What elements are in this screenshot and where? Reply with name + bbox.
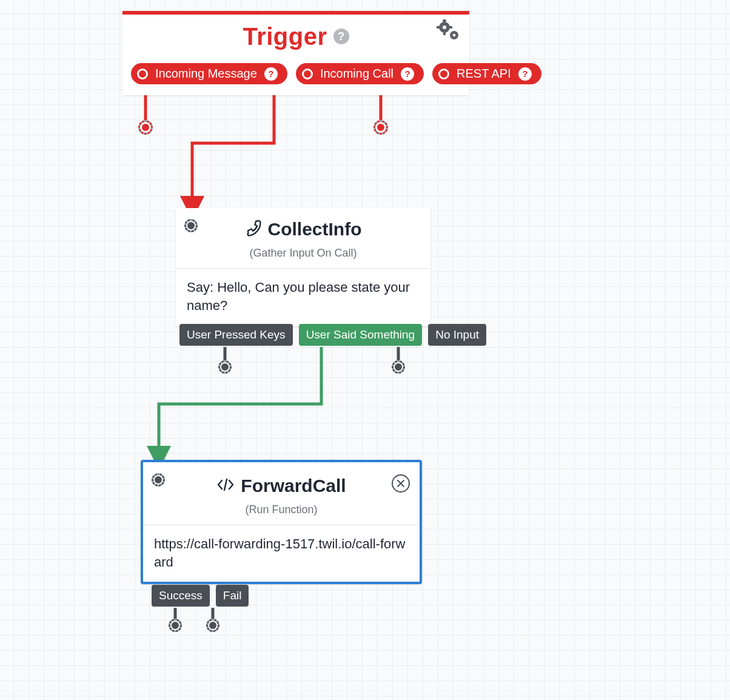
outlet-label: User Said Something: [306, 328, 415, 341]
trigger-node[interactable]: Trigger ? Incoming Message ?: [122, 11, 469, 95]
unconnected-endpoint[interactable]: [392, 360, 405, 374]
trigger-title: Trigger: [243, 23, 327, 50]
connector-outlet[interactable]: [137, 69, 148, 79]
pill-label: Incoming Call: [320, 67, 393, 81]
unconnected-endpoint[interactable]: [218, 360, 232, 374]
node-title: ForwardCall: [241, 476, 346, 496]
outlet-user-pressed-keys[interactable]: User Pressed Keys: [179, 324, 293, 346]
flow-canvas[interactable]: Trigger ? Incoming Message ?: [0, 0, 730, 700]
collectinfo-outlets: User Pressed Keys User Said Something No…: [179, 324, 486, 346]
forwardcall-outlets: Success Fail: [152, 585, 249, 607]
trigger-pill-rest-api[interactable]: REST API ?: [432, 63, 541, 84]
outlet-success[interactable]: Success: [152, 585, 210, 607]
pill-label: Incoming Message: [155, 67, 257, 81]
node-body: https://call-forwarding-1517.twil.io/cal…: [143, 525, 420, 582]
node-subtitle: (Run Function): [143, 500, 420, 525]
connector-outlet[interactable]: [438, 69, 449, 79]
outlet-label: No Input: [435, 328, 479, 341]
outlet-fail[interactable]: Fail: [216, 585, 249, 607]
node-header: ForwardCall: [143, 462, 420, 500]
help-icon[interactable]: ?: [518, 67, 532, 81]
node-header: CollectInfo: [176, 208, 430, 243]
outlet-user-said-something[interactable]: User Said Something: [299, 324, 423, 346]
outlet-label: Success: [159, 589, 203, 602]
outlet-label: User Pressed Keys: [187, 328, 286, 341]
connectors: [0, 0, 730, 700]
unconnected-endpoint[interactable]: [138, 120, 153, 135]
phone-icon: [245, 220, 262, 239]
svg-rect-3: [443, 32, 446, 35]
node-body: Say: Hello, Can you please state your na…: [176, 268, 430, 325]
svg-point-9: [453, 34, 456, 37]
unconnected-endpoint[interactable]: [169, 619, 182, 632]
collectinfo-node[interactable]: CollectInfo (Gather Input On Call) Say: …: [176, 208, 430, 326]
svg-point-1: [443, 25, 446, 29]
help-icon[interactable]: ?: [264, 67, 278, 81]
svg-line-10: [224, 479, 227, 490]
node-subtitle: (Gather Input On Call): [176, 243, 430, 268]
help-icon[interactable]: ?: [401, 67, 414, 81]
forwardcall-node[interactable]: ForwardCall (Run Function) https://call-…: [141, 460, 422, 584]
unconnected-endpoint[interactable]: [373, 120, 388, 135]
trigger-header: Trigger ?: [122, 15, 469, 58]
trigger-outlets: Incoming Message ? Incoming Call ? REST …: [122, 58, 469, 95]
svg-rect-5: [449, 26, 452, 29]
outlet-no-input[interactable]: No Input: [428, 324, 486, 346]
unconnected-endpoint[interactable]: [206, 619, 219, 632]
node-title: CollectInfo: [268, 219, 362, 240]
connector-outlet[interactable]: [302, 69, 313, 79]
code-icon: [216, 477, 235, 495]
help-icon[interactable]: ?: [333, 29, 349, 44]
gear-icon[interactable]: [437, 19, 461, 45]
trigger-pill-incoming-message[interactable]: Incoming Message ?: [131, 63, 287, 84]
trigger-pill-incoming-call[interactable]: Incoming Call ?: [296, 63, 424, 84]
outlet-label: Fail: [223, 589, 242, 602]
svg-rect-4: [437, 26, 440, 29]
pill-label: REST API: [457, 67, 511, 81]
